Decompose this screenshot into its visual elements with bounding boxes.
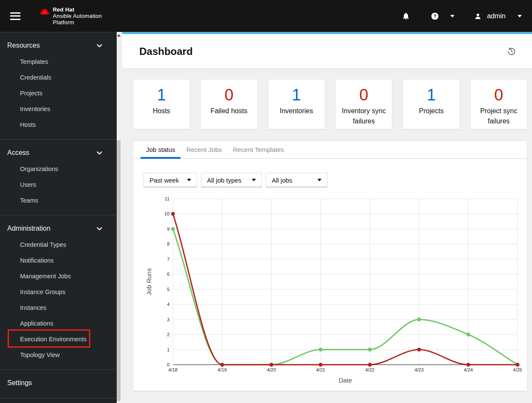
chart-point-failed[interactable] — [270, 363, 273, 367]
sidebar-item-projects[interactable]: Projects — [0, 85, 117, 101]
filter-select-all-jobs[interactable]: All jobs — [266, 173, 328, 187]
sidebar-group-label: Settings — [7, 379, 32, 387]
stat-value-link[interactable]: 1 — [292, 86, 301, 104]
sidebar-item-label: Topology View — [20, 352, 60, 358]
chart-filters: Past weekAll job typesAll jobs — [144, 173, 527, 187]
sidebar-item-instance-groups[interactable]: Instance Groups — [0, 284, 117, 300]
x-tick-label: 4/20 — [267, 367, 276, 372]
panel-tabs: Job statusRecent JobsRecent Templates — [133, 141, 527, 159]
filter-select-all-job-types[interactable]: All job types — [201, 173, 262, 187]
sidebar-item-credentials[interactable]: Credentials — [0, 69, 117, 85]
y-tick-label: 6 — [167, 272, 170, 277]
sidebar-item-label: Templates — [20, 58, 48, 65]
chart-point-failed[interactable] — [466, 363, 470, 367]
stat-card-failed-hosts: 0Failed hosts — [201, 80, 257, 129]
user-icon — [474, 12, 482, 20]
sidebar-group-label: Administration — [7, 225, 50, 232]
chart-point-failed[interactable] — [319, 363, 322, 367]
top-bar: Red Hat Ansible Automation Platform ? ad… — [0, 0, 532, 32]
sidebar-item-templates[interactable]: Templates — [0, 54, 117, 69]
user-caret-down-icon — [518, 15, 522, 17]
y-tick-label: 9 — [167, 226, 170, 232]
sidebar-group-header-administration[interactable]: Administration — [0, 220, 117, 237]
sidebar-item-label: Management Jobs — [20, 273, 71, 280]
username-label: admin — [487, 12, 506, 20]
chart-point-failed[interactable] — [220, 363, 224, 367]
sidebar-item-organizations[interactable]: Organizations — [0, 161, 117, 177]
sidebar-group-header-resources[interactable]: Resources — [0, 37, 117, 54]
tab-recent-jobs[interactable]: Recent Jobs — [181, 141, 227, 159]
chart-point-failed[interactable] — [171, 212, 175, 216]
sidebar-group-header-settings[interactable]: Settings — [0, 375, 117, 391]
stat-label: Hosts — [153, 106, 170, 116]
stat-value-link[interactable]: 1 — [427, 86, 436, 104]
sidebar-item-instances[interactable]: Instances — [0, 300, 117, 315]
sidebar-item-label: Teams — [20, 197, 38, 204]
help-question-icon[interactable]: ? — [426, 8, 443, 25]
scrollbar-thumb[interactable] — [117, 140, 121, 401]
chart-point-successful[interactable] — [171, 227, 175, 231]
stat-card-projects: 1Projects — [403, 80, 459, 129]
chevron-down-icon — [97, 43, 102, 49]
y-tick-label: 2 — [167, 332, 170, 337]
chart-point-successful[interactable] — [319, 348, 322, 352]
menu-toggle-icon[interactable] — [10, 12, 20, 20]
notifications-bell-icon[interactable] — [397, 8, 414, 25]
summary-cards: 1Hosts0Failed hosts1Inventories0Inventor… — [133, 80, 527, 129]
stat-value-link[interactable]: 0 — [224, 86, 233, 104]
filter-select-past-week[interactable]: Past week — [144, 173, 197, 187]
y-tick-label: 0 — [167, 362, 170, 367]
sidebar-item-applications[interactable]: Applications — [0, 315, 117, 331]
sidebar-scrollbar[interactable] — [117, 32, 122, 403]
sidebar-item-notifications[interactable]: Notifications — [0, 252, 117, 268]
sidebar-item-management-jobs[interactable]: Management Jobs — [0, 268, 117, 284]
y-tick-label: 5 — [167, 287, 170, 292]
sidebar-group-administration: AdministrationCredential TypesNotificati… — [0, 215, 117, 369]
chevron-down-icon — [97, 226, 102, 232]
sidebar-item-label: Projects — [20, 90, 42, 97]
sidebar-item-label: Inventories — [20, 106, 50, 112]
stat-value-link[interactable]: 1 — [157, 86, 166, 104]
sidebar-item-topology-view[interactable]: Topology View — [0, 347, 117, 363]
sidebar-item-users[interactable]: Users — [0, 177, 117, 192]
sidebar-item-hosts[interactable]: Hosts — [0, 117, 117, 132]
stat-value-link[interactable]: 0 — [494, 86, 503, 104]
stat-label: Inventories — [280, 106, 313, 116]
y-tick-label: 3 — [167, 317, 170, 322]
sidebar-group-header-access[interactable]: Access — [0, 145, 117, 161]
sidebar-item-label: Applications — [20, 320, 53, 327]
jobs-panel: Job statusRecent JobsRecent Templates Pa… — [133, 141, 527, 391]
chart-point-successful[interactable] — [417, 317, 421, 321]
sidebar-item-teams[interactable]: Teams — [0, 192, 117, 208]
stat-card-project-sync-failures: 0Project sync failures — [471, 80, 527, 129]
sidebar-item-inventories[interactable]: Inventories — [0, 101, 117, 117]
chart-point-failed[interactable] — [516, 363, 520, 367]
svg-text:?: ? — [434, 13, 437, 19]
sidebar-item-label: Instance Groups — [20, 289, 65, 295]
user-menu[interactable]: admin — [474, 12, 522, 20]
stat-value-link[interactable]: 0 — [359, 86, 368, 104]
chevron-down-icon — [97, 150, 102, 156]
sidebar-item-label: Users — [20, 181, 36, 188]
chart-point-successful[interactable] — [368, 348, 372, 352]
stat-label: Failed hosts — [210, 106, 247, 116]
chart-point-successful[interactable] — [466, 333, 470, 337]
help-caret-down-icon — [450, 15, 454, 17]
tab-recent-templates[interactable]: Recent Templates — [227, 141, 290, 159]
stat-card-inventories: 1Inventories — [268, 80, 325, 129]
sidebar-item-execution-environments[interactable]: Execution Environments — [0, 331, 117, 347]
help-menu[interactable]: ? — [426, 8, 454, 25]
x-tick-label: 4/25 — [513, 367, 522, 372]
history-icon[interactable] — [506, 46, 518, 57]
x-tick-label: 4/18 — [168, 367, 177, 372]
sidebar-nav: ResourcesTemplatesCredentialsProjectsInv… — [0, 32, 117, 403]
chart-point-failed[interactable] — [368, 363, 372, 367]
page-title: Dashboard — [139, 46, 193, 57]
y-tick-label: 11 — [165, 196, 170, 201]
select-caret-down-icon — [187, 179, 191, 181]
tab-job-status[interactable]: Job status — [141, 141, 181, 159]
scrollbar-up-arrow[interactable] — [117, 34, 121, 37]
sidebar-item-credential-types[interactable]: Credential Types — [0, 237, 117, 252]
chart-point-failed[interactable] — [417, 348, 421, 352]
page-header: Dashboard — [122, 34, 532, 69]
